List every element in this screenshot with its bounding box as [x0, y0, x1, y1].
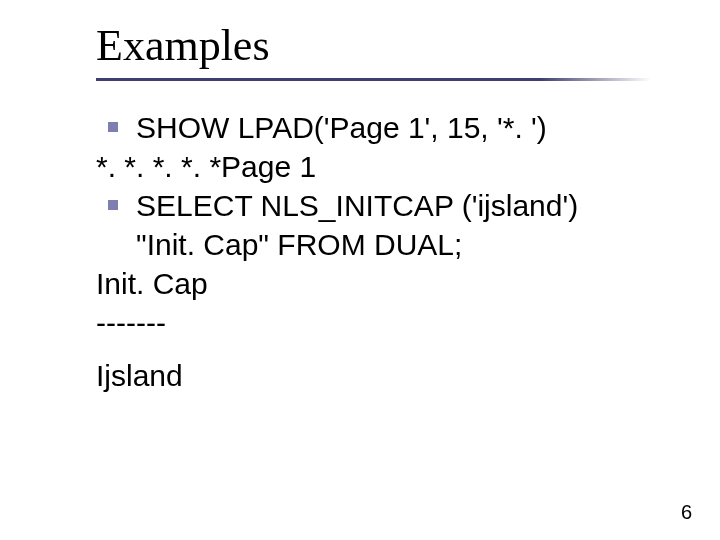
square-bullet-icon	[108, 122, 118, 132]
output-line-1: *. *. *. *. *Page 1	[96, 147, 656, 186]
slide-body: SHOW LPAD('Page 1', 15, '*. ') *. *. *. …	[96, 108, 656, 395]
line-text: SELECT NLS_INITCAP ('ijsland')	[136, 189, 578, 222]
bullet-line-1: SHOW LPAD('Page 1', 15, '*. ')	[96, 108, 656, 147]
continuation-line: "Init. Cap" FROM DUAL;	[96, 225, 656, 264]
output-divider-line: -------	[96, 303, 656, 342]
output-value-line: Ijsland	[96, 356, 656, 395]
output-header-line: Init. Cap	[96, 264, 656, 303]
line-text: SHOW LPAD('Page 1', 15, '*. ')	[136, 111, 547, 144]
slide: Examples SHOW LPAD('Page 1', 15, '*. ') …	[0, 0, 720, 540]
page-number: 6	[681, 501, 692, 524]
blank-line	[96, 342, 656, 356]
square-bullet-icon	[108, 200, 118, 210]
title-underline	[96, 78, 651, 81]
slide-title: Examples	[96, 20, 270, 71]
bullet-line-2: SELECT NLS_INITCAP ('ijsland')	[96, 186, 656, 225]
